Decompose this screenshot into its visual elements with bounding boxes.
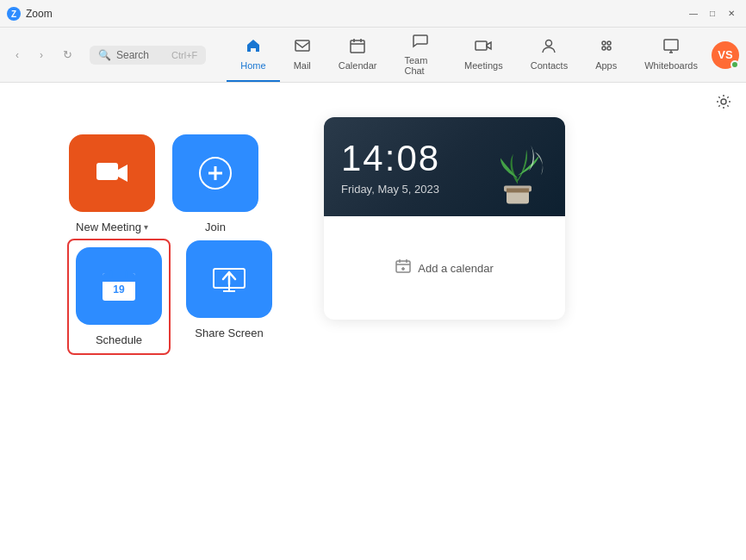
- share-screen-label: Share Screen: [195, 327, 264, 339]
- add-calendar-button[interactable]: Add a calendar: [395, 258, 493, 277]
- svg-point-11: [721, 99, 726, 104]
- schedule-item[interactable]: 19 Schedule: [69, 240, 169, 353]
- join-label: Join: [205, 221, 226, 233]
- tab-meetings[interactable]: Meetings: [451, 28, 517, 82]
- actions-area: New Meeting ▾ Join: [69, 117, 272, 353]
- svg-point-6: [602, 41, 606, 45]
- svg-rect-12: [96, 163, 118, 180]
- tab-home-label: Home: [240, 60, 265, 71]
- avatar-status-dot: [730, 60, 739, 69]
- calendar-body: Add a calendar: [324, 216, 565, 320]
- share-screen-item[interactable]: Share Screen: [186, 240, 272, 353]
- zoom-logo-icon: Z: [7, 7, 21, 21]
- join-button[interactable]: [172, 134, 258, 212]
- nav-right: VS: [712, 28, 739, 82]
- minimize-button[interactable]: —: [686, 6, 701, 22]
- new-meeting-arrow: ▾: [144, 222, 148, 232]
- tab-calendar-label: Calendar: [339, 60, 377, 71]
- tab-whiteboards[interactable]: Whiteboards: [631, 28, 712, 82]
- add-calendar-icon: [395, 258, 411, 277]
- svg-rect-4: [476, 41, 487, 50]
- contacts-icon: [540, 37, 557, 59]
- svg-point-5: [546, 40, 552, 47]
- calendar-header: 14:08 Friday, May 5, 2023: [324, 117, 565, 216]
- svg-rect-22: [396, 261, 410, 272]
- new-meeting-button[interactable]: [69, 134, 155, 212]
- maximize-button[interactable]: □: [705, 6, 720, 22]
- actions-row-2: 19 Schedule Share Screen: [69, 240, 272, 353]
- new-meeting-label: New Meeting ▾: [76, 221, 148, 233]
- search-bar[interactable]: 🔍 Search Ctrl+F: [90, 46, 206, 65]
- schedule-label: Schedule: [96, 333, 142, 346]
- close-button[interactable]: ✕: [724, 6, 739, 22]
- svg-rect-2: [295, 40, 309, 51]
- tab-contacts[interactable]: Contacts: [517, 28, 581, 82]
- tab-team-chat-label: Team Chat: [404, 55, 437, 76]
- team-chat-icon: [412, 32, 429, 53]
- add-calendar-label: Add a calendar: [418, 262, 493, 275]
- tab-apps-label: Apps: [595, 60, 617, 71]
- svg-text:Z: Z: [11, 9, 16, 19]
- svg-rect-10: [664, 40, 678, 50]
- tab-meetings-label: Meetings: [464, 60, 503, 71]
- nav-bar: ‹ › ↻ 🔍 Search Ctrl+F Home: [0, 28, 746, 83]
- back-button[interactable]: ‹: [7, 45, 28, 65]
- search-label: Search: [116, 49, 149, 61]
- whiteboards-icon: [662, 37, 680, 59]
- title-bar-left: Z Zoom: [7, 7, 53, 21]
- tab-home[interactable]: Home: [227, 28, 279, 82]
- search-shortcut: Ctrl+F: [171, 50, 197, 60]
- tab-mail[interactable]: Mail: [280, 28, 325, 82]
- svg-rect-16: [103, 279, 135, 282]
- mail-icon: [294, 37, 311, 59]
- main-content: New Meeting ▾ Join: [0, 83, 746, 560]
- nav-tabs: Home Mail Calendar: [220, 28, 712, 82]
- svg-rect-3: [351, 40, 364, 53]
- clock-time: 14:08: [341, 138, 548, 179]
- calendar-nav-icon: [349, 37, 366, 59]
- tab-team-chat[interactable]: Team Chat: [390, 28, 451, 82]
- meetings-icon: [475, 37, 492, 59]
- clock-date: Friday, May 5, 2023: [341, 183, 548, 196]
- home-icon: [245, 37, 262, 59]
- calendar-widget: 14:08 Friday, May 5, 2023 Add a calendar: [324, 117, 565, 320]
- svg-point-8: [602, 47, 606, 50]
- apps-icon: [598, 37, 615, 59]
- actions-row-1: New Meeting ▾ Join: [69, 134, 258, 233]
- nav-left: ‹ › ↻ 🔍 Search Ctrl+F: [7, 28, 220, 82]
- refresh-button[interactable]: ↻: [55, 43, 79, 67]
- title-bar: Z Zoom — □ ✕: [0, 0, 746, 28]
- window-controls: — □ ✕: [686, 6, 739, 22]
- settings-button[interactable]: [715, 93, 732, 115]
- search-icon: 🔍: [98, 49, 111, 61]
- schedule-button[interactable]: 19: [76, 247, 162, 325]
- join-item[interactable]: Join: [172, 134, 258, 233]
- new-meeting-item[interactable]: New Meeting ▾: [69, 134, 155, 233]
- tab-apps[interactable]: Apps: [581, 28, 631, 82]
- tab-contacts-label: Contacts: [531, 60, 568, 71]
- svg-text:19: 19: [113, 283, 125, 296]
- svg-point-9: [607, 47, 611, 50]
- tab-mail-label: Mail: [294, 60, 311, 71]
- avatar-initials: VS: [718, 48, 732, 61]
- svg-point-7: [607, 41, 611, 45]
- share-screen-button[interactable]: [186, 240, 272, 318]
- title-bar-title: Zoom: [26, 8, 53, 20]
- avatar[interactable]: VS: [712, 41, 739, 69]
- tab-whiteboards-label: Whiteboards: [644, 60, 698, 71]
- forward-button[interactable]: ›: [31, 45, 52, 65]
- tab-calendar[interactable]: Calendar: [325, 28, 391, 82]
